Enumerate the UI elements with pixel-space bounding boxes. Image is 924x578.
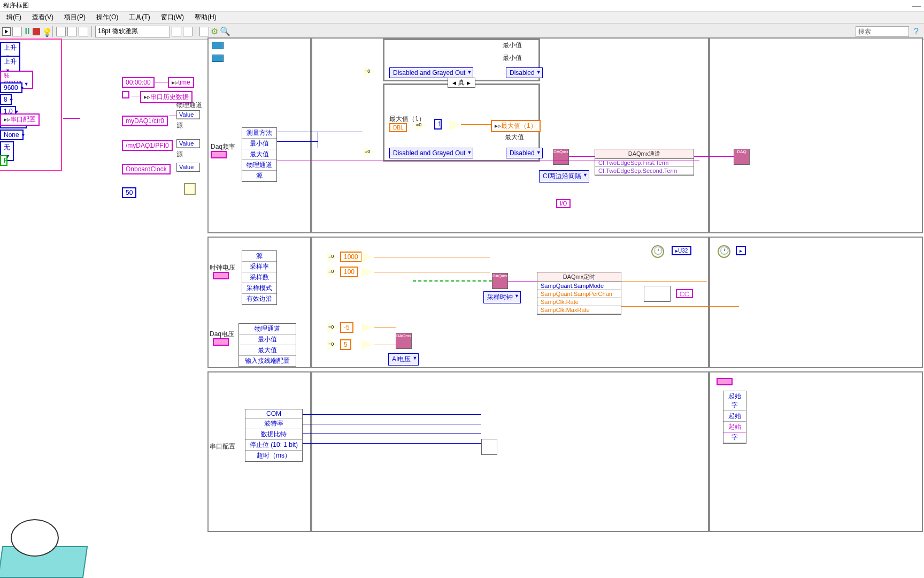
- dbl-terminal[interactable]: DBL: [389, 123, 407, 132]
- value-prop-2[interactable]: Value: [176, 139, 200, 148]
- pink-terminal-right[interactable]: [717, 378, 733, 385]
- daqmx-timing-node[interactable]: DAQmx: [492, 273, 508, 289]
- find-icon[interactable]: 🔍: [220, 26, 230, 36]
- select-5[interactable]: [361, 339, 374, 350]
- daqv-terminal[interactable]: [213, 338, 229, 346]
- fifty-constant[interactable]: 50: [122, 187, 136, 198]
- ai-voltage-ring[interactable]: AI电压: [388, 353, 419, 366]
- max-label: 最大值: [505, 133, 524, 142]
- select-neg5[interactable]: [361, 322, 374, 333]
- minimize-button[interactable]: —: [912, 1, 921, 11]
- disabled-ring-2[interactable]: Disabled: [506, 148, 543, 158]
- menu-project[interactable]: 项目(P): [59, 13, 91, 22]
- daqmx-ai-node[interactable]: DAQmx: [396, 333, 412, 349]
- serial-config-prop[interactable]: ▸▹串口配置: [0, 113, 40, 126]
- block-diagram-canvas[interactable]: 上升 上升 % COM1 9600 8 1.0 20000 None 无 F ▸…: [0, 40, 924, 578]
- ci-two-edge-ring[interactable]: CI两边沿间隔: [539, 170, 589, 182]
- equal-zero-node-2[interactable]: =0: [364, 147, 376, 157]
- menu-tools[interactable]: 工具(T): [124, 13, 155, 22]
- ctr0-constant[interactable]: myDAQ1/ctr0: [122, 116, 168, 126]
- highlight-exec-button[interactable]: 💡: [42, 27, 49, 36]
- font-selector[interactable]: [95, 26, 170, 37]
- compare-neg5[interactable]: =0: [327, 322, 340, 333]
- sequence-frame-3[interactable]: [709, 37, 923, 233]
- cluster-out[interactable]: ▢▢: [676, 289, 693, 298]
- one-constant[interactable]: 1: [434, 119, 442, 130]
- menu-operate[interactable]: 操作(O): [91, 13, 124, 22]
- time-property[interactable]: ▸▹time: [168, 77, 194, 88]
- daqmx-node-right[interactable]: DAQ: [734, 149, 750, 165]
- unbundle-row: 最小值: [239, 334, 296, 345]
- step-out-button[interactable]: [79, 27, 88, 36]
- select-1000[interactable]: [361, 252, 374, 262]
- case-selector[interactable]: 真: [448, 78, 475, 88]
- source-label-1: 源: [176, 121, 183, 130]
- compare-5[interactable]: =0: [327, 339, 340, 350]
- wire: [303, 424, 481, 424]
- daqv-unbundle[interactable]: 物理通道 最小值 最大值 输入接线端配置: [238, 323, 296, 367]
- compare-1000[interactable]: =0: [327, 252, 340, 262]
- reorder-button[interactable]: [199, 27, 209, 36]
- const-100[interactable]: 100: [340, 267, 358, 277]
- right-unbundle[interactable]: 起始字 起始 起始 字: [723, 391, 746, 444]
- max1-property[interactable]: ▸▹最大值（1）: [491, 120, 541, 132]
- wire: [461, 124, 491, 125]
- const-1000[interactable]: 1000: [340, 252, 362, 262]
- visa-node[interactable]: [481, 439, 497, 455]
- menu-window[interactable]: 窗口(W): [156, 13, 189, 22]
- disabled-ring-1[interactable]: Disabled: [506, 67, 543, 78]
- serial-unbundle[interactable]: COM 波特率 数据比特 停止位 (10: 1 bit) 超时（ms）: [245, 409, 303, 462]
- onboard-clock-constant[interactable]: OnboardClock: [122, 164, 171, 174]
- menu-view[interactable]: 查看(V): [27, 13, 59, 22]
- menu-help[interactable]: 帮助(H): [189, 13, 222, 22]
- u32-indicator-1[interactable]: ▸U32: [672, 246, 691, 255]
- align-button[interactable]: [172, 27, 181, 36]
- disabled-grayed-ring-2[interactable]: Disabled and Grayed Out: [389, 148, 473, 158]
- unbundle-row: 测量方法: [242, 128, 276, 139]
- value-prop-1[interactable]: Value: [176, 110, 200, 119]
- search-input[interactable]: [856, 26, 909, 37]
- abort-button[interactable]: [33, 28, 40, 35]
- daq-freq-terminal[interactable]: [211, 151, 227, 158]
- step-over-button[interactable]: [67, 27, 77, 36]
- bundle-node[interactable]: [644, 286, 671, 302]
- const-neg5[interactable]: -5: [340, 322, 353, 333]
- clockv-terminal[interactable]: [213, 272, 229, 279]
- empty-string-const[interactable]: [122, 91, 129, 98]
- disabled-grayed-ring-1[interactable]: Disabled and Grayed Out: [389, 67, 473, 78]
- daqmx-create-chan-node[interactable]: DAQmx: [553, 149, 569, 165]
- help-icon[interactable]: ?: [914, 27, 919, 36]
- const-5[interactable]: 5: [340, 339, 351, 350]
- daq-freq-unbundle[interactable]: 测量方法 最小值 最大值 物理通道 源: [242, 127, 277, 182]
- select-100[interactable]: [361, 267, 374, 277]
- pause-button[interactable]: II: [24, 27, 31, 36]
- sequence-frame-8[interactable]: [311, 371, 709, 532]
- wire: [155, 82, 168, 82]
- step-into-button[interactable]: [56, 27, 66, 36]
- compare-node-a[interactable]: =0: [415, 120, 428, 131]
- clockv-unbundle[interactable]: 源 采样率 采样数 采样模式 有效边沿: [242, 250, 277, 305]
- tick-count-node-2[interactable]: [718, 245, 730, 258]
- u32-indicator-2[interactable]: ▸: [736, 246, 746, 255]
- time-constant[interactable]: 00:00:00: [122, 77, 155, 88]
- equal-zero-node-1[interactable]: =0: [364, 66, 376, 77]
- wire: [374, 272, 490, 272]
- daqmx-channel-prop[interactable]: DAQmx通道 CI.TwoEdgeSep.First.Term CI.TwoE…: [595, 149, 694, 176]
- sample-clock-ring[interactable]: 采样时钟: [483, 291, 521, 303]
- select-node[interactable]: [449, 120, 462, 131]
- compare-100[interactable]: =0: [327, 267, 340, 277]
- shift-register-2[interactable]: [212, 55, 224, 62]
- shift-register-1[interactable]: [212, 42, 224, 49]
- run-continuous-button[interactable]: [12, 27, 22, 36]
- distribute-button[interactable]: [183, 27, 192, 36]
- menu-edit[interactable]: 辑(E): [1, 13, 27, 22]
- daqmx-timing-prop[interactable]: DAQmx定时 SampQuant.SampMode SampQuant.Sam…: [537, 272, 621, 315]
- sequence-frame-6[interactable]: [709, 237, 923, 368]
- wait-ms-node[interactable]: [184, 183, 196, 195]
- tick-count-node-1[interactable]: [651, 245, 664, 258]
- pfi0-constant[interactable]: /myDAQ1/PFI0: [122, 140, 173, 151]
- cleanup-button[interactable]: ⚙: [211, 26, 218, 36]
- io-label: I/O: [556, 199, 571, 208]
- run-button[interactable]: [2, 27, 11, 36]
- value-prop-3[interactable]: Value: [176, 163, 200, 172]
